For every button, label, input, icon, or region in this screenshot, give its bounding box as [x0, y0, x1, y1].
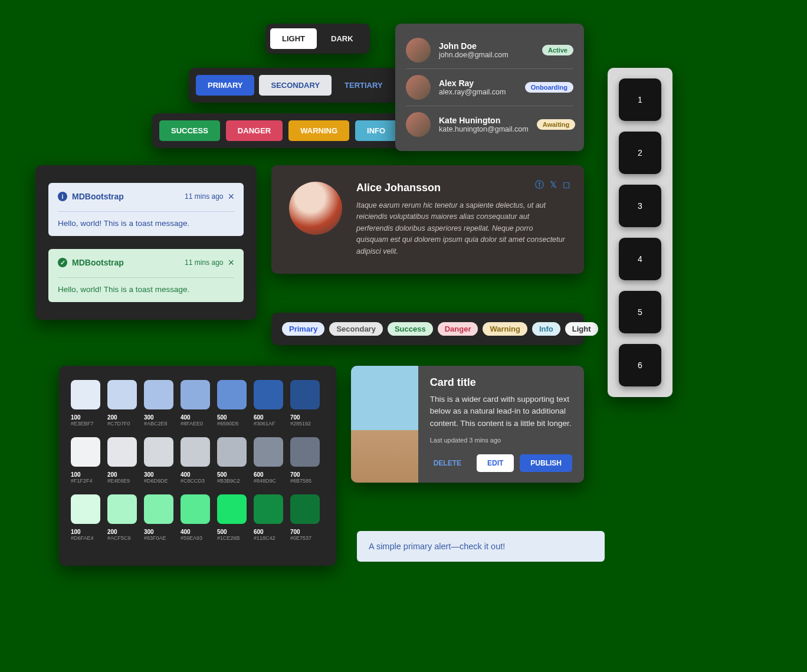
- avatar: [406, 112, 431, 137]
- pill-secondary[interactable]: Secondary: [329, 322, 382, 336]
- avatar: [406, 38, 431, 63]
- light-theme-button[interactable]: LIGHT: [270, 28, 317, 49]
- check-icon: ✓: [58, 258, 67, 267]
- profile-card: Alice Johansson Itaque earum rerum hic t…: [271, 165, 584, 274]
- number-tile-6[interactable]: 6: [619, 344, 661, 386]
- number-sidebar: 123456: [608, 68, 672, 397]
- color-swatch[interactable]: 100#D6FAE4: [71, 494, 100, 541]
- pill-warning[interactable]: Warning: [483, 322, 527, 336]
- pill-success[interactable]: Success: [388, 322, 433, 336]
- color-swatch[interactable]: 600#3061AF: [254, 380, 283, 427]
- color-swatch[interactable]: 700#6B7585: [290, 437, 320, 484]
- color-swatch[interactable]: 200#C7D7F0: [107, 380, 137, 427]
- color-swatch[interactable]: 400#8FAEE0: [181, 380, 210, 427]
- color-swatch[interactable]: 500#6590D5: [217, 380, 247, 427]
- color-swatch[interactable]: 500#1CE26B: [217, 494, 247, 541]
- toast-time: 11 mins ago: [185, 192, 223, 201]
- toast-title: MDBootstrap: [72, 258, 124, 267]
- primary-button[interactable]: PRIMARY: [196, 75, 254, 96]
- color-swatch[interactable]: 300#D6D9DE: [144, 437, 173, 484]
- secondary-button[interactable]: SECONDARY: [259, 75, 332, 96]
- user-name: Alex Ray: [439, 78, 517, 88]
- color-swatch[interactable]: 300#ABC2E8: [144, 380, 173, 427]
- edit-button[interactable]: EDIT: [477, 454, 514, 472]
- color-swatch[interactable]: 600#118C42: [254, 494, 283, 541]
- user-name: John Doe: [439, 41, 534, 51]
- user-row: John Doe john.doe@gmail.com Active: [406, 32, 573, 69]
- avatar: [406, 75, 431, 100]
- user-row: Kate Hunington kate.hunington@gmail.com …: [406, 106, 573, 143]
- close-icon[interactable]: ×: [228, 191, 234, 202]
- card-body: This is a wider card with supporting tex…: [430, 394, 572, 430]
- info-icon: i: [58, 192, 67, 201]
- number-tile-2[interactable]: 2: [619, 132, 661, 174]
- card-title: Card title: [430, 376, 572, 389]
- status-badge: Onboarding: [525, 82, 573, 93]
- pill-light[interactable]: Light: [565, 322, 598, 336]
- twitter-icon[interactable]: 𝕏: [550, 179, 557, 191]
- user-list: John Doe john.doe@gmail.com Active Alex …: [395, 24, 584, 151]
- color-swatch[interactable]: 400#C8CCD3: [181, 437, 210, 484]
- user-email: john.doe@gmail.com: [439, 51, 534, 59]
- color-palette: 100#E3EBF7 200#C7D7F0 300#ABC2E8 400#8FA…: [59, 366, 336, 566]
- number-tile-1[interactable]: 1: [619, 78, 661, 121]
- pill-primary[interactable]: Primary: [282, 322, 324, 336]
- delete-button[interactable]: DELETE: [430, 458, 465, 468]
- color-swatch[interactable]: 200#ACF5C9: [107, 494, 137, 541]
- pill-row: PrimarySecondarySuccessDangerWarningInfo…: [271, 313, 584, 345]
- user-name: Kate Hunington: [439, 116, 529, 125]
- dark-theme-button[interactable]: DARK: [319, 28, 365, 49]
- number-tile-3[interactable]: 3: [619, 185, 661, 227]
- danger-button[interactable]: DANGER: [226, 120, 283, 141]
- publish-button[interactable]: PUBLISH: [520, 454, 572, 472]
- toast-time: 11 mins ago: [185, 258, 223, 267]
- close-icon[interactable]: ×: [228, 257, 234, 268]
- warning-button[interactable]: WARNING: [288, 120, 349, 141]
- profile-bio: Itaque earum rerum hic tenetur a sapient…: [356, 200, 566, 257]
- color-swatch[interactable]: 700#285192: [290, 380, 320, 427]
- media-card: Card title This is a wider card with sup…: [351, 366, 584, 483]
- toast-title: MDBootstrap: [72, 192, 124, 201]
- pill-danger[interactable]: Danger: [438, 322, 478, 336]
- toast: ✓ MDBootstrap 11 mins ago × Hello, world…: [48, 249, 244, 302]
- facebook-icon[interactable]: ⓕ: [535, 179, 544, 191]
- number-tile-4[interactable]: 4: [619, 238, 661, 280]
- color-swatch[interactable]: 300#83F0AE: [144, 494, 173, 541]
- avatar: [289, 182, 342, 235]
- info-button[interactable]: INFO: [355, 120, 397, 141]
- toast-body: Hello, world! This is a toast message.: [58, 277, 234, 294]
- status-badge: Awaiting: [537, 119, 576, 130]
- color-swatch[interactable]: 700#0E7537: [290, 494, 320, 541]
- success-button[interactable]: SUCCESS: [159, 120, 220, 141]
- number-tile-5[interactable]: 5: [619, 291, 661, 333]
- user-email: kate.hunington@gmail.com: [439, 125, 529, 133]
- instagram-icon[interactable]: ◻: [563, 179, 570, 191]
- user-row: Alex Ray alex.ray@gmail.com Onboarding: [406, 69, 573, 106]
- card-updated: Last updated 3 mins ago: [430, 437, 572, 444]
- user-email: alex.ray@gmail.com: [439, 88, 517, 96]
- card-image: [351, 366, 418, 483]
- color-swatch[interactable]: 100#F1F2F4: [71, 437, 100, 484]
- color-swatch[interactable]: 600#848D9C: [254, 437, 283, 484]
- toast-panel: i MDBootstrap 11 mins ago × Hello, world…: [35, 165, 257, 320]
- color-swatch[interactable]: 500#B3B9C2: [217, 437, 247, 484]
- primary-alert: A simple primary alert—check it out!: [357, 531, 605, 562]
- toast: i MDBootstrap 11 mins ago × Hello, world…: [48, 183, 244, 236]
- color-swatch[interactable]: 100#E3EBF7: [71, 380, 100, 427]
- tertiary-button[interactable]: TERTIARY: [336, 75, 391, 96]
- color-swatch[interactable]: 200#E4E6E9: [107, 437, 137, 484]
- color-swatch[interactable]: 400#59EA93: [181, 494, 210, 541]
- pill-info[interactable]: Info: [532, 322, 560, 336]
- status-badge: Active: [542, 45, 573, 55]
- toast-body: Hello, world! This is a toast message.: [58, 211, 234, 228]
